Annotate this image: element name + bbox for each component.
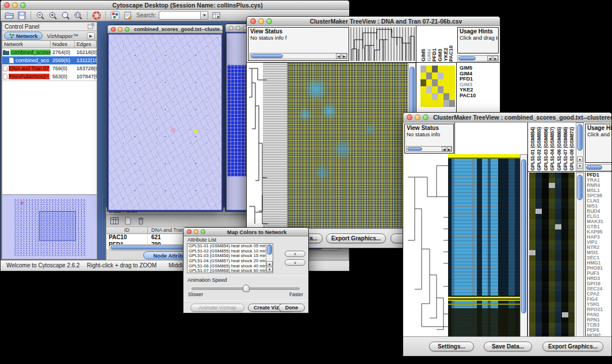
zoom-fit-icon[interactable] [60,10,70,20]
zoom-button[interactable] [20,2,26,8]
zoom-button[interactable] [423,114,429,120]
network-row-combined-scores[interactable]: combined_scores 2764(0) 16218(0) [2,48,97,56]
heatmap-vscroll[interactable] [520,154,527,338]
column-dendrogram[interactable] [350,27,416,61]
attribute-list-scrollbar[interactable]: ▲ ▼ [266,244,273,273]
hscroll-thumb[interactable] [586,165,602,170]
tab-vizmapper[interactable]: VizMapper™ [44,33,81,39]
help-ring-icon[interactable] [91,10,101,20]
minimize-button[interactable] [258,18,264,24]
move-down-button[interactable]: ∨ [285,259,305,266]
birdseye-viewport-rect[interactable] [39,211,76,241]
save-session-button[interactable] [17,10,26,20]
minimize-button[interactable] [12,2,18,8]
row-label[interactable]: PAC10 [460,93,476,99]
hscroll-thumb[interactable] [251,54,283,58]
zoom-button[interactable] [125,27,129,32]
col-network[interactable]: Network [2,41,51,48]
zoom-button[interactable] [266,18,272,24]
view-status-panel: View Status No status info ◀ ▶ [404,124,454,154]
vscroll-thumb[interactable] [577,175,583,200]
scroll-down-icon[interactable]: ▼ [577,163,583,169]
float-panel-icon[interactable] [87,23,94,30]
network-row-selected[interactable]: combined_sco 2569(6) 13112(15) [2,56,97,64]
minimize-button[interactable] [415,114,420,120]
vscroll-thumb[interactable] [577,124,583,151]
hscroll-thumb[interactable] [407,147,422,151]
save-data-button[interactable]: Save Data... [484,342,532,351]
vizmap-icon[interactable] [110,10,120,20]
close-button[interactable] [187,229,192,234]
birdseye-view[interactable] [2,194,97,259]
view-status-scrollbar[interactable]: ◀ ▶ [250,53,347,59]
col-nodes[interactable]: Nodes [51,41,75,48]
vscroll-thumb[interactable] [521,159,526,313]
view-status-scrollbar[interactable]: ◀ ▶ [406,146,452,152]
scroll-right-icon[interactable]: ▶ [447,147,452,151]
cluster-correlation-matrix[interactable] [420,66,455,107]
scroll-left-icon[interactable]: ◀ [487,56,492,61]
combo-arrow-icon[interactable]: ▼ [200,12,208,19]
export-graphics-button[interactable]: Export Graphics... [542,342,603,351]
scroll-left-icon[interactable]: ◀ [336,53,341,59]
heatmap-dna[interactable] [287,63,408,229]
heatmap-combined[interactable] [448,154,520,338]
network-graph-canvas[interactable] [108,33,223,211]
main-titlebar[interactable]: Cytoscape Desktop (Session Name: collins… [1,1,349,10]
close-button[interactable] [250,18,256,24]
row-dendrogram[interactable] [248,63,287,229]
zoom-out-icon[interactable] [35,10,45,20]
scroll-left-icon[interactable]: ◀ [442,147,446,151]
scroll-right-icon[interactable]: ▶ [342,53,347,59]
dialog-titlebar[interactable]: Map Colors to Network [183,228,308,236]
tab-overflow-arrow[interactable]: ▶ [87,32,95,40]
zoom-selected-icon[interactable] [73,10,83,20]
minimize-button[interactable] [194,229,198,234]
usage-hints-scrollbar[interactable]: ◀ ▶ [457,55,499,62]
treeview-combined-titlebar[interactable]: ClusterMaker TreeView : combined_scores_… [403,113,611,122]
close-button[interactable] [4,2,10,8]
new-attribute-icon[interactable] [123,216,132,225]
gene-list-vscroll[interactable] [576,173,584,338]
network-row-dna-tran[interactable]: DNA and Tran 07 769(0) 183728(0) [2,64,97,72]
search-input[interactable]: ▼ [159,11,208,20]
done-button[interactable]: Done [278,304,305,312]
close-button[interactable] [111,27,116,32]
scroll-up-icon[interactable]: ▲ [577,156,583,162]
scroll-right-icon[interactable]: ▶ [493,56,498,61]
network-row-rnapuber[interactable]: RNAPuberNov2+ 563(0) 107847(0) [2,72,97,81]
column-labels-vscroll[interactable]: ▲ ▼ [576,122,584,171]
select-attributes-icon[interactable] [110,216,119,225]
col-id[interactable]: ID [106,227,148,233]
tab-network[interactable]: Network [4,32,43,40]
close-button[interactable] [229,26,234,30]
hscroll-thumb[interactable] [458,56,476,60]
column-label: GPL51-04 (GSM857) [549,127,556,171]
row-dendrogram[interactable] [404,154,448,338]
attribute-item[interactable]: GPL51-07 (GSM868) heat shock 60 min [188,269,273,273]
close-button[interactable] [407,114,412,120]
annotation-icon[interactable] [123,10,132,20]
network-view-titlebar[interactable]: combined_scores_good.txt--cluste... [108,25,223,33]
minimize-button[interactable] [118,27,123,32]
usage-hints-scrollbar[interactable] [585,164,612,171]
settings-button[interactable]: Settings... [429,342,474,351]
minimize-button[interactable] [236,26,240,30]
import-table-icon[interactable] [211,10,221,20]
move-up-button[interactable]: ∧ [285,251,305,257]
view-status-text: No status info [407,131,452,137]
slider-thumb[interactable] [243,285,250,292]
vscroll-thumb[interactable] [267,244,272,255]
open-session-button[interactable] [4,10,14,20]
heatmap-detail[interactable] [529,173,575,338]
heatmap-missing-cell [529,250,536,255]
zoom-button[interactable] [201,229,205,234]
export-graphics-button[interactable]: Export Graphics... [326,233,386,243]
animate-vizmap-button[interactable]: Animate Vizmap [190,304,244,312]
treeview-dna-titlebar[interactable]: ClusterMaker TreeView : DNA and Tran 07-… [247,17,500,26]
delete-attribute-icon[interactable] [136,216,146,225]
scroll-up-icon[interactable]: ▲ [266,261,273,266]
zoom-in-icon[interactable] [48,10,58,20]
scroll-down-icon[interactable]: ▼ [266,267,273,272]
col-edges[interactable]: Edges [75,41,97,48]
